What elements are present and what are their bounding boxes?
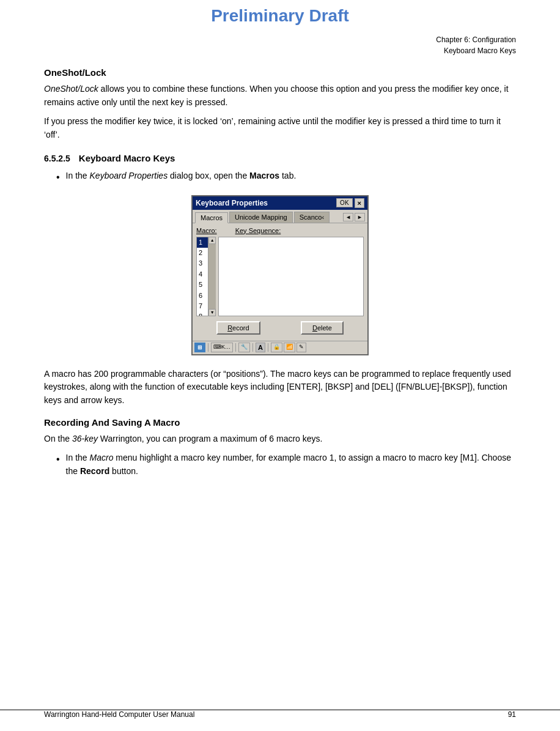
recording-para1-italic: 36-key — [72, 434, 98, 443]
keyboard-properties-dialog: Keyboard Properties OK × Macros Unicode … — [191, 195, 369, 355]
record-underline-char: R — [227, 324, 232, 332]
bullet1-text: In the Keyboard Properties dialog box, o… — [66, 169, 297, 183]
delete-underline-char: D — [312, 324, 317, 332]
recording-bullet1-text: In the Macro menu highlight a macro key … — [66, 451, 516, 478]
record-button[interactable]: Record — [216, 321, 260, 335]
dialog-taskbar: ⊞ ⌨K… 🔧 A 🔒 📶 ✎ — [193, 341, 367, 354]
section-number: 6.5.2.5 — [44, 154, 70, 163]
dialog-list-with-scroll: 1 2 3 4 5 6 7 8 9 10 11 12 13 — [196, 237, 216, 316]
keyseq-label: Key Sequence: — [235, 227, 281, 234]
dialog-container: Keyboard Properties OK × Macros Unicode … — [44, 195, 516, 355]
tab-nav-left[interactable]: ◄ — [343, 213, 353, 221]
dialog-bottom-buttons: Record Delete — [196, 321, 364, 335]
rec-bullet-italic: Macro — [90, 453, 114, 462]
bullet1-bold: Macros — [249, 171, 279, 180]
bullet1-italic: Keyboard Properties — [90, 171, 168, 180]
page-footer: Warrington Hand-Held Computer User Manua… — [0, 710, 560, 719]
oneshot-para2: If you press the modifier key twice, it … — [44, 115, 516, 141]
oneshot-para1: OneShot/Lock allows you to combine these… — [44, 83, 516, 109]
tab-nav-right[interactable]: ► — [355, 213, 365, 221]
oneshot-italic: OneShot/Lock — [44, 84, 98, 94]
macro-description: A macro has 200 programmable characters … — [44, 368, 516, 407]
tab-macros[interactable]: Macros — [195, 212, 228, 223]
list-item-2[interactable]: 2 — [197, 248, 208, 258]
tab-nav-area: ◄ ► — [343, 212, 365, 223]
keyboard-macro-bullet1: • In the Keyboard Properties dialog box,… — [44, 169, 516, 185]
taskbar-sep2 — [235, 343, 236, 352]
tab-scancode[interactable]: Scanco‹ — [294, 212, 330, 223]
taskbar-icon2[interactable]: 🔧 — [238, 343, 250, 352]
footer-left-text: Warrington Hand-Held Computer User Manua… — [44, 710, 194, 719]
chapter-line2: Keyboard Macro Keys — [44, 45, 516, 56]
rec-bullet-end: button. — [109, 466, 138, 476]
taskbar-icon4[interactable]: 🔒 — [271, 343, 282, 352]
dialog-titlebar: Keyboard Properties OK × — [193, 196, 367, 210]
bullet-dot: • — [56, 170, 60, 185]
footer-page-number: 91 — [508, 710, 516, 719]
bullet1-prefix: In the — [66, 171, 90, 180]
taskbar-sep1 — [208, 343, 208, 352]
dialog-main-area: 1 2 3 4 5 6 7 8 9 10 11 12 13 — [196, 237, 364, 316]
dialog-scrollbar: ▲ ▼ — [208, 237, 216, 316]
bullet1-end: tab. — [279, 171, 296, 180]
taskbar-keyboard-btn[interactable]: ⌨K… — [211, 343, 233, 352]
dialog-tabs: Macros Unicode Mapping Scanco‹ ◄ ► — [193, 210, 367, 223]
start-icon[interactable]: ⊞ — [194, 343, 205, 352]
list-item-7[interactable]: 7 — [197, 301, 208, 311]
taskbar-sep4 — [268, 343, 268, 352]
rec-bullet-bold: Record — [80, 466, 109, 476]
page-container: Preliminary Draft Chapter 6: Configurati… — [0, 0, 560, 731]
recording-para1-prefix: On the — [44, 434, 72, 443]
scroll-track — [208, 244, 216, 309]
key-sequence-area[interactable] — [218, 237, 364, 316]
oneshot-para1-rest: allows you to combine these functions. W… — [44, 84, 509, 107]
list-item-4[interactable]: 4 — [197, 269, 208, 280]
list-item-1[interactable]: 1 — [197, 237, 208, 248]
dialog-close-button[interactable]: × — [355, 198, 364, 208]
chapter-header: Chapter 6: Configuration Keyboard Macro … — [44, 34, 516, 56]
chapter-line1: Chapter 6: Configuration — [44, 34, 516, 45]
recording-bullet1: • In the Macro menu highlight a macro ke… — [44, 451, 516, 478]
dialog-titlebar-buttons: OK × — [336, 198, 364, 208]
recording-section-heading: Recording And Saving A Macro — [44, 417, 516, 428]
delete-button[interactable]: Delete — [301, 321, 344, 335]
recording-para1-rest: Warrington, you can program a maximum of… — [98, 434, 323, 443]
scroll-up-btn[interactable]: ▲ — [208, 237, 216, 244]
tab-unicode-mapping[interactable]: Unicode Mapping — [229, 212, 293, 223]
delete-btn-rest: elete — [317, 324, 332, 332]
record-btn-rest: ecord — [232, 324, 249, 332]
scroll-down-btn[interactable]: ▼ — [208, 309, 216, 316]
list-item-3[interactable]: 3 — [197, 258, 208, 269]
taskbar-sep3 — [252, 343, 253, 352]
page-header: Preliminary Draft — [44, 0, 516, 31]
recording-bullet-dot: • — [56, 452, 60, 467]
dialog-title: Keyboard Properties — [196, 199, 268, 207]
bullet1-suffix: dialog box, open the — [168, 171, 249, 180]
taskbar-icon5[interactable]: 📶 — [284, 343, 295, 352]
macro-label: Macro: — [196, 227, 217, 234]
recording-para1: On the 36-key Warrington, you can progra… — [44, 432, 516, 446]
section-title: Keyboard Macro Keys — [79, 153, 175, 163]
taskbar-icon3[interactable]: A — [256, 343, 265, 352]
dialog-ok-button[interactable]: OK — [336, 198, 352, 207]
list-item-5[interactable]: 5 — [197, 280, 208, 290]
list-item-8[interactable]: 8 — [197, 311, 208, 316]
dialog-labels-row: Macro: Key Sequence: — [196, 227, 364, 234]
oneshot-lock-heading: OneShot/Lock — [44, 67, 516, 78]
taskbar-icon6[interactable]: ✎ — [297, 343, 306, 352]
list-item-6[interactable]: 6 — [197, 291, 208, 301]
keyboard-macro-section-header: 6.5.2.5 Keyboard Macro Keys — [44, 153, 516, 163]
dialog-listbox[interactable]: 1 2 3 4 5 6 7 8 9 10 11 12 13 — [196, 237, 208, 316]
dialog-content: Macro: Key Sequence: 1 2 3 4 5 6 7 — [193, 223, 367, 341]
rec-bullet-prefix: In the — [66, 453, 90, 462]
preliminary-draft-title: Preliminary Draft — [44, 6, 516, 26]
